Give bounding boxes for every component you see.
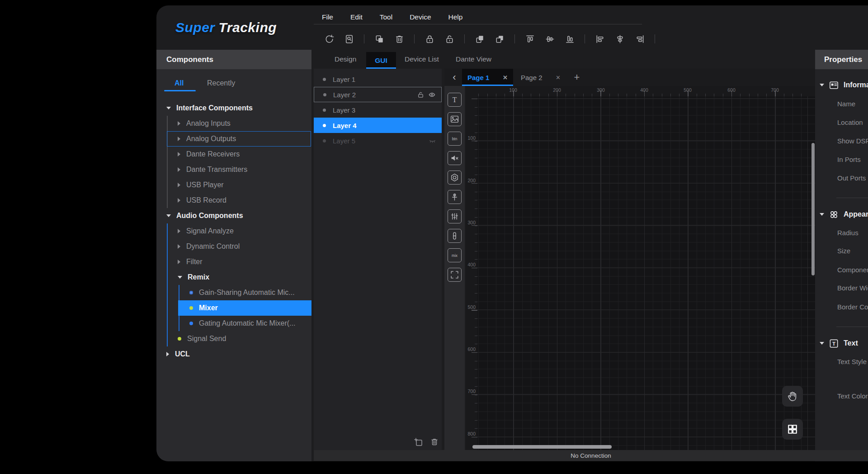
- layer-row-3[interactable]: Layer 3: [314, 102, 442, 118]
- field-name: Name: [837, 100, 855, 110]
- layer-row-1[interactable]: Layer 1: [314, 71, 442, 87]
- tree-item-dynamic-control[interactable]: Dynamic Control: [156, 239, 311, 254]
- layer-label: Layer 4: [333, 122, 357, 129]
- tree-item-label: Remix: [188, 273, 209, 281]
- tree-item-analog-inputs[interactable]: Analog Inputs: [156, 116, 311, 131]
- mixer-tool-icon[interactable]: mix: [448, 248, 462, 262]
- tree-item-signal-analyze[interactable]: Signal Analyze: [156, 223, 311, 239]
- tree-item-gain-sharing-mixer[interactable]: Gain-Sharing Automatic Mic...: [156, 285, 311, 300]
- tab-recently[interactable]: Recently: [207, 79, 235, 87]
- delete-icon[interactable]: [393, 33, 405, 45]
- field-in-ports: In Ports: [837, 156, 861, 166]
- tree-item-mixer[interactable]: Mixer: [178, 300, 311, 316]
- tab-gui[interactable]: GUI: [366, 52, 396, 69]
- button-tool-glyph: btn: [452, 137, 458, 141]
- lock-icon[interactable]: [424, 33, 435, 45]
- tree-item-interface-components[interactable]: Interface Components: [156, 100, 311, 116]
- layer-bullet-icon: [323, 139, 326, 142]
- tree-item-dante-receivers[interactable]: Dante Receivers: [156, 147, 311, 162]
- ruler-label: 400: [467, 262, 476, 267]
- align-vertical-center-icon[interactable]: [544, 33, 556, 45]
- tree-item-ucl[interactable]: UCL: [156, 346, 311, 362]
- tree-item-label: USB Record: [186, 196, 226, 204]
- horizontal-scrollbar[interactable]: [472, 445, 612, 449]
- tab-design[interactable]: Design: [335, 55, 356, 63]
- menu-help[interactable]: Help: [448, 13, 463, 21]
- tree-item-usb-player[interactable]: USB Player: [156, 177, 311, 193]
- menu-edit[interactable]: Edit: [350, 13, 363, 21]
- connection-status: No Connection: [571, 452, 611, 459]
- align-right-icon[interactable]: [634, 33, 646, 45]
- field-border-width: Border Width: [837, 284, 868, 294]
- close-icon[interactable]: ✕: [503, 74, 508, 81]
- section-title: Text: [844, 339, 858, 347]
- chevron-down-icon: [166, 214, 171, 217]
- page-tab-2[interactable]: Page 2 ✕: [515, 69, 566, 86]
- knob-tool-icon[interactable]: [448, 171, 462, 185]
- section-text[interactable]: T Text: [820, 338, 858, 349]
- unlock-icon[interactable]: [443, 33, 455, 45]
- eye-off-icon[interactable]: [429, 137, 436, 145]
- add-layer-icon[interactable]: [413, 437, 423, 447]
- tree-item-filter[interactable]: Filter: [156, 254, 311, 270]
- tab-device-list[interactable]: Device List: [405, 55, 439, 63]
- page-tab-1[interactable]: Page 1 ✕: [462, 69, 513, 86]
- chevron-right-icon: [178, 244, 180, 249]
- chevron-down-icon: [820, 84, 824, 86]
- tree-item-signal-send[interactable]: Signal Send: [156, 331, 311, 346]
- menu-tool[interactable]: Tool: [380, 13, 392, 21]
- fader-tool-icon[interactable]: [448, 190, 462, 204]
- button-tool-icon[interactable]: btn: [448, 132, 462, 146]
- layer-row-4[interactable]: Layer 4: [314, 118, 442, 133]
- align-horizontal-center-icon[interactable]: [614, 33, 626, 45]
- image-tool-icon[interactable]: [448, 112, 462, 126]
- chevron-down-icon: [178, 276, 182, 279]
- indicator-tool-icon[interactable]: [448, 229, 462, 243]
- field-location: Location: [837, 118, 863, 128]
- grid-view-button[interactable]: [782, 419, 803, 440]
- align-bottom-icon[interactable]: [564, 33, 576, 45]
- tree-item-analog-outputs[interactable]: Analog Outputs: [156, 131, 311, 147]
- delete-layer-icon[interactable]: [429, 437, 439, 447]
- menu-device[interactable]: Device: [410, 13, 431, 21]
- close-icon[interactable]: ✕: [556, 74, 561, 81]
- tree-item-label: Audio Components: [176, 212, 243, 220]
- align-left-icon[interactable]: [594, 33, 606, 45]
- align-top-icon[interactable]: [524, 33, 536, 45]
- sliders-tool-icon[interactable]: [448, 209, 462, 223]
- hand-pan-button[interactable]: [782, 386, 803, 407]
- refresh-icon[interactable]: [323, 33, 335, 45]
- unlock-icon[interactable]: [417, 91, 425, 99]
- tab-all[interactable]: All: [175, 79, 184, 87]
- tree-item-label: Gating Automatic Mic Mixer(...: [199, 319, 295, 327]
- text-tool-glyph: T: [453, 96, 457, 104]
- chevron-down-icon: [820, 342, 824, 345]
- vertical-scrollbar[interactable]: [811, 143, 815, 275]
- frame-tool-icon[interactable]: [448, 268, 462, 282]
- tree-item-usb-record[interactable]: USB Record: [156, 193, 311, 208]
- hand-icon: [786, 390, 799, 403]
- tree-item-dante-transmitters[interactable]: Dante Transmitters: [156, 162, 311, 177]
- add-page-button[interactable]: +: [571, 71, 583, 84]
- zoom-document-icon[interactable]: [343, 33, 355, 45]
- tree-item-gating-mixer[interactable]: Gating Automatic Mic Mixer(...: [156, 316, 311, 331]
- eye-icon[interactable]: [428, 91, 436, 99]
- section-information[interactable]: Information: [820, 80, 868, 90]
- bring-to-front-icon[interactable]: [474, 33, 486, 45]
- toolbar-separator: [514, 34, 515, 43]
- duplicate-icon[interactable]: [373, 33, 385, 45]
- menu-file[interactable]: File: [322, 13, 333, 21]
- tree-item-audio-components[interactable]: Audio Components: [156, 208, 311, 223]
- text-tool-icon[interactable]: T: [448, 93, 462, 107]
- send-to-back-icon[interactable]: [494, 33, 505, 45]
- pages-back-chevron[interactable]: ‹: [449, 71, 460, 84]
- design-canvas[interactable]: [477, 96, 815, 450]
- field-text-color: Text Color: [837, 392, 868, 402]
- section-appearance[interactable]: Appearance: [820, 209, 868, 220]
- tab-dante-view[interactable]: Dante View: [456, 55, 491, 63]
- tree-item-remix[interactable]: Remix: [156, 270, 311, 285]
- speaker-mute-tool-icon[interactable]: [448, 151, 462, 165]
- layer-row-5[interactable]: Layer 5: [314, 133, 442, 148]
- layer-bullet-icon: [323, 93, 326, 96]
- layer-row-2[interactable]: Layer 2: [314, 87, 442, 102]
